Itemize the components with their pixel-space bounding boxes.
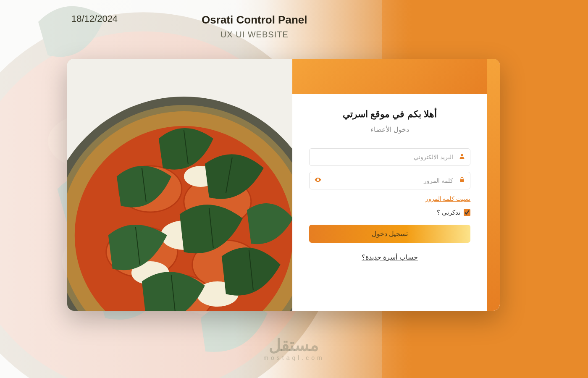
header-date: 18/12/2024: [71, 13, 118, 24]
remember-me-label: تذكرني ؟: [437, 209, 460, 216]
remember-me-checkbox[interactable]: [464, 209, 470, 216]
lock-icon: [459, 176, 465, 185]
page-header: 18/12/2024 Osrati Control Panel UX UI WE…: [0, 0, 588, 39]
svg-point-23: [317, 179, 318, 181]
login-panel: أهلا بكم في موقع اسرتي دخول الأعضاء نسيت…: [292, 94, 488, 311]
user-icon: [459, 153, 465, 161]
password-input[interactable]: [309, 172, 471, 189]
email-input[interactable]: [309, 148, 471, 166]
svg-point-21: [461, 154, 463, 156]
svg-rect-22: [460, 179, 464, 182]
login-button[interactable]: تسجيل دخول: [309, 225, 471, 243]
remember-me-row: تذكرني ؟: [309, 209, 471, 216]
page-subtitle: UX UI WEBSITE: [202, 30, 307, 39]
forgot-password-link[interactable]: نسيت كلمة المرور: [309, 195, 471, 202]
login-subtitle: دخول الأعضاء: [309, 126, 471, 134]
email-input-wrap: [309, 148, 471, 166]
watermark-url: mostaql.com: [263, 354, 324, 361]
new-account-link[interactable]: حساب أسرة جديدة؟: [309, 253, 471, 261]
card-hero-image: [67, 59, 292, 311]
watermark: مستقل mostaql.com: [263, 335, 324, 361]
login-card: أهلا بكم في موقع اسرتي دخول الأعضاء نسيت…: [67, 59, 500, 311]
welcome-heading: أهلا بكم في موقع اسرتي: [309, 109, 471, 120]
orange-top-band: [292, 59, 500, 94]
watermark-title: مستقل: [263, 335, 324, 354]
header-title-block: Osrati Control Panel UX UI WEBSITE: [202, 13, 307, 39]
page-title: Osrati Control Panel: [202, 13, 307, 26]
password-input-wrap: [309, 172, 471, 189]
eye-icon[interactable]: [314, 176, 322, 185]
orange-side-band: [487, 59, 500, 311]
card-form-side: أهلا بكم في موقع اسرتي دخول الأعضاء نسيت…: [292, 59, 500, 311]
